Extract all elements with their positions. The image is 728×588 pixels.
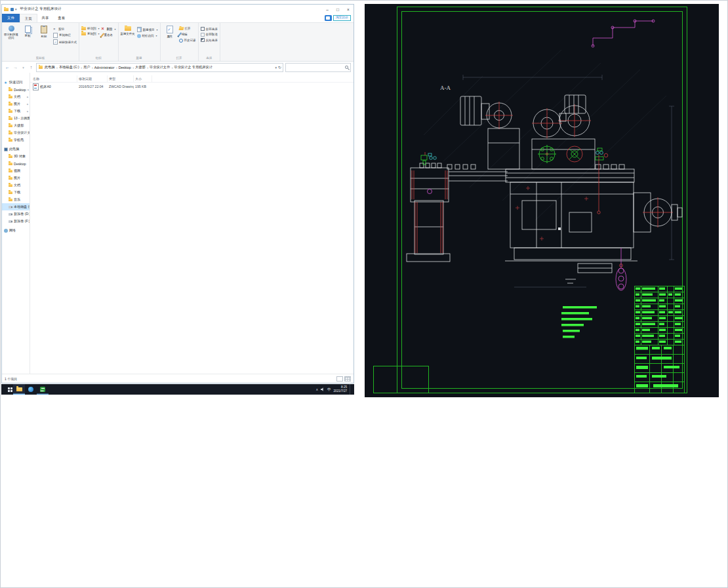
move-to-button[interactable]: 移动到 xyxy=(81,27,100,30)
cad-drawing-canvas[interactable]: A-A xyxy=(365,4,719,397)
title-bar[interactable]: 毕业设计之 专用机床设计 – □ × xyxy=(2,5,354,14)
up-icon[interactable] xyxy=(28,65,34,69)
back-icon[interactable] xyxy=(5,65,10,69)
breadcrumb-segment[interactable]: 大捷那 xyxy=(134,65,149,69)
close-button[interactable]: × xyxy=(343,5,354,14)
refresh-icon[interactable] xyxy=(278,65,281,69)
open-button[interactable]: 打开 xyxy=(179,27,196,30)
input-method-indicator[interactable]: 中 xyxy=(327,387,331,392)
breadcrumb-segment[interactable]: Desktop xyxy=(118,66,134,69)
sidebar-item[interactable]: Desktop xyxy=(2,86,30,93)
ribbon-tab[interactable]: 查看 xyxy=(53,14,70,22)
breadcrumb-segment[interactable]: Administrator xyxy=(94,66,118,69)
easy-access-button[interactable]: 轻松访问 xyxy=(137,34,158,38)
column-header[interactable]: 类型 xyxy=(108,75,134,82)
sidebar-item-label: 新加卷 (D:) xyxy=(14,212,30,216)
sidebar-item[interactable]: 13 - 示例图纸 (31 xyxy=(2,115,30,122)
sidebar-item[interactable]: 新加卷 (D:) xyxy=(2,210,30,218)
ribbon-tab[interactable]: 主页 xyxy=(20,14,37,22)
edit-button[interactable]: 编辑 xyxy=(179,32,196,37)
zwcad-app-icon xyxy=(40,387,45,392)
browser-icon xyxy=(28,387,33,392)
minimize-button[interactable]: – xyxy=(322,5,333,14)
paste-button[interactable]: 粘贴 xyxy=(37,24,51,55)
column-header[interactable]: 名称 xyxy=(30,75,77,82)
sidebar-item[interactable]: 毕业设计文件 xyxy=(2,129,30,136)
address-bar[interactable]: 此电脑 本地磁盘 (C:) 用户 Administrator Desktop 大… xyxy=(36,63,283,72)
sidebar-item[interactable]: 图片 xyxy=(2,174,30,182)
file-row[interactable]: 机床A0 2016/5/27 22:04 ZWCAD Drawing 195 K… xyxy=(30,83,354,90)
plugin-app-icon[interactable] xyxy=(325,15,332,21)
sidebar-item[interactable]: 此电脑 xyxy=(2,146,30,153)
file-list-pane[interactable]: 名称 修改日期 类型 大小 机床A0 xyxy=(30,73,354,374)
sidebar-item[interactable]: Desktop xyxy=(2,160,30,167)
copy-to-button[interactable]: 复制到 xyxy=(81,32,100,35)
sidebar-item[interactable]: 新加卷 (F:) xyxy=(2,218,30,225)
forward-icon[interactable] xyxy=(12,65,18,69)
taskbar-file-explorer-icon[interactable] xyxy=(13,384,25,395)
sidebar-item-label: 音乐 xyxy=(14,197,20,202)
sidebar-item[interactable]: 文档 xyxy=(2,182,30,189)
sidebar-item[interactable]: 网络 xyxy=(2,227,30,234)
column-header[interactable]: 大小 xyxy=(134,75,152,82)
taskbar-zwcad-icon[interactable] xyxy=(37,384,49,395)
qat-dropdown-icon[interactable] xyxy=(15,7,17,11)
sidebar-item[interactable]: 大捷那 xyxy=(2,122,30,129)
select-all-button[interactable]: 全部选择 xyxy=(201,27,218,31)
details-view-icon[interactable] xyxy=(336,376,343,382)
sidebar-item[interactable]: 下载 xyxy=(2,108,30,115)
large-icons-view-icon[interactable] xyxy=(344,376,351,382)
breadcrumb-segment[interactable]: 用户 xyxy=(83,65,94,69)
taskbar-clock[interactable]: 8:25 2021/7/27 xyxy=(334,385,347,393)
start-button[interactable] xyxy=(1,384,13,395)
new-item-button[interactable]: 新建项目 xyxy=(137,27,158,32)
rename-button[interactable]: 重命名 xyxy=(102,33,116,38)
delete-button[interactable]: 删除 xyxy=(102,27,116,31)
breadcrumb-segment[interactable]: 毕业设计文件 xyxy=(149,65,173,69)
sidebar-item[interactable]: 图片 xyxy=(2,100,30,108)
sidebar-item[interactable]: 学机电 xyxy=(2,136,30,144)
sidebar-item[interactable]: 3D 对象 xyxy=(2,153,30,160)
recent-locations-icon[interactable] xyxy=(20,65,26,69)
sidebar-item[interactable]: 文档 xyxy=(2,93,30,100)
sidebar-item-icon xyxy=(9,184,12,187)
sidebar-item[interactable]: 下载 xyxy=(2,189,30,196)
app-folder-icon xyxy=(4,8,9,11)
ribbon-tab[interactable]: 共享 xyxy=(37,14,54,22)
column-header[interactable]: 修改日期 xyxy=(77,75,108,82)
button-label: 打开 xyxy=(185,27,191,30)
taskbar-browser-icon[interactable] xyxy=(25,384,37,395)
sidebar-item-label: 毕业设计文件 xyxy=(14,130,30,135)
sidebar-item[interactable]: 音乐 xyxy=(2,196,30,203)
properties-button[interactable]: 属性 xyxy=(163,24,177,55)
volume-icon[interactable] xyxy=(321,387,325,391)
breadcrumb-segment[interactable]: 此电脑 xyxy=(44,65,58,69)
new-folder-button[interactable]: 新建文件夹 xyxy=(121,24,135,55)
address-dropdown-icon[interactable] xyxy=(275,66,277,69)
sidebar-item[interactable]: 本地磁盘 (C:) xyxy=(2,203,30,210)
search-box[interactable] xyxy=(285,63,351,72)
history-button[interactable]: 历史记录 xyxy=(179,39,196,43)
maximize-button[interactable]: □ xyxy=(333,5,343,14)
select-none-button[interactable]: 全部取消 xyxy=(201,33,218,37)
plugin-button[interactable]: 淘宝比价 xyxy=(333,15,351,22)
cut-button[interactable]: 剪切 xyxy=(53,27,77,31)
paste-shortcut-button[interactable]: 粘贴快捷方式 xyxy=(53,39,77,45)
search-input[interactable] xyxy=(288,66,345,69)
sidebar-item-icon xyxy=(9,155,12,159)
copy-button[interactable]: 复制 xyxy=(20,24,35,55)
quick-access-toolbar-icon[interactable] xyxy=(10,8,14,11)
sidebar-item[interactable]: 快速访问 xyxy=(2,79,30,86)
show-desktop-button[interactable] xyxy=(350,384,352,395)
tab-file[interactable]: 文件 xyxy=(2,14,20,22)
tray-expand-icon[interactable]: ∧ xyxy=(315,387,318,391)
sidebar-item[interactable]: 视频 xyxy=(2,167,30,174)
pin-to-quick-access-button[interactable]: 固定到快速访问 xyxy=(4,24,18,55)
breadcrumb-segment[interactable]: 本地磁盘 (C:) xyxy=(58,65,83,69)
address-bar-row: 此电脑 本地磁盘 (C:) 用户 Administrator Desktop 大… xyxy=(2,62,354,73)
copy-path-button[interactable]: 复制路径 xyxy=(53,33,77,38)
cad-viewport[interactable]: A-A xyxy=(365,4,719,397)
invert-selection-button[interactable]: 反向选择 xyxy=(201,38,218,42)
breadcrumb-segment[interactable]: 毕业设计之 专用机床设计 xyxy=(173,65,213,69)
sidebar-item-icon xyxy=(9,163,12,166)
